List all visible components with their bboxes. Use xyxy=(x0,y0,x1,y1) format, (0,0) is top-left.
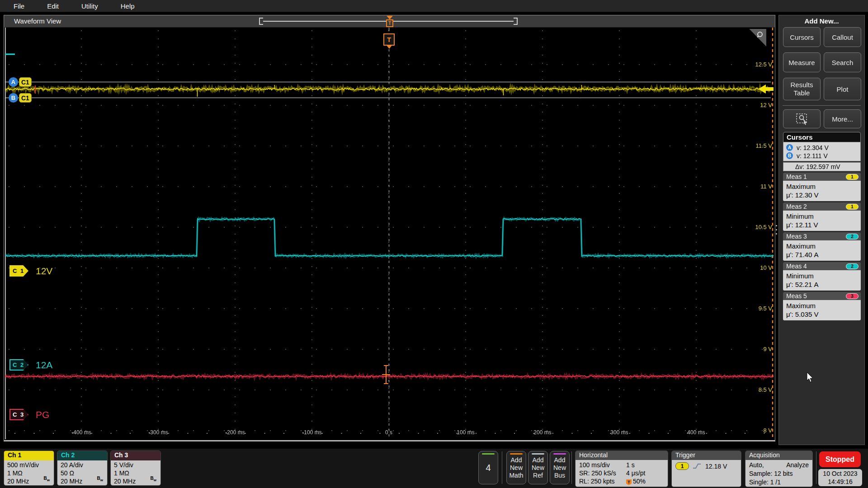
waveform-view-title: Waveform View xyxy=(14,17,61,25)
ch1-badge[interactable]: Ch 1 500 mV/div 1 MΩ 20 MHz Bw xyxy=(4,450,54,486)
menu-utility[interactable]: Utility xyxy=(81,2,98,10)
trigger-position-flag[interactable]: T xyxy=(383,33,395,46)
add-new-title: Add New... xyxy=(779,17,864,25)
ch2-scale: 20 A/div xyxy=(61,461,104,469)
trigger-flag-icon: T xyxy=(626,479,632,485)
meas-4-source-badge: 2 xyxy=(846,263,859,269)
meas-2-card[interactable]: Meas 2 1 Minimum μ': 12.11 V xyxy=(783,202,861,231)
meas-1-type: Maximum xyxy=(786,182,858,191)
acquisition-panel[interactable]: Acquisition Auto, Analyze Sample: 12 bit… xyxy=(745,450,813,487)
c3-flag-icon[interactable]: C 3 xyxy=(9,409,28,420)
graticule[interactable]: T 12.5 V 12 V 11.5 V 11 V 10.5 V 10 V 9.… xyxy=(5,28,774,439)
add-new-bus-button[interactable]: Add New Bus xyxy=(550,451,570,484)
zoom-select-icon xyxy=(795,113,809,125)
divider xyxy=(502,451,502,484)
meas-3-card[interactable]: Meas 3 2 Maximum μ': 71.40 A xyxy=(783,232,861,261)
divider xyxy=(816,451,816,484)
meas-4-card[interactable]: Meas 4 2 Minimum μ': 52.21 A xyxy=(783,262,861,291)
x-tick-label: -400 ms xyxy=(66,429,97,436)
menu-bar: File Edit Utility Help xyxy=(0,0,868,12)
menu-file[interactable]: File xyxy=(14,2,24,10)
c1-flag-icon[interactable]: C 1 xyxy=(9,265,28,277)
x-tick-label: 400 ms xyxy=(680,429,712,436)
menu-edit[interactable]: Edit xyxy=(47,2,59,10)
cursor-a-value: v: 12.304 V xyxy=(797,144,829,151)
add-channel-4-button[interactable]: 4 xyxy=(478,451,498,484)
date-value: 10 Oct 2023 xyxy=(818,469,862,478)
add-callout-button[interactable]: Callout xyxy=(824,27,861,47)
datetime-display: 10 Oct 2023 14:49:16 xyxy=(818,469,862,486)
c2-flag-icon[interactable]: C 2 xyxy=(9,359,28,371)
y-tick-label: 8.5 V xyxy=(745,386,772,393)
panel-splitter-handle[interactable] xyxy=(776,225,777,237)
add-results-table-button[interactable]: Results Table xyxy=(783,78,821,100)
horizontal-title: Horizontal xyxy=(576,451,668,460)
meas-5-card[interactable]: Meas 5 3 Maximum μ': 5.035 V xyxy=(783,292,861,320)
meas-5-value: μ': 5.035 V xyxy=(786,310,858,319)
y-tick-label: 10 V xyxy=(745,264,772,271)
meas-3-title: Meas 3 xyxy=(786,233,807,240)
ch1-name: Ch 1 xyxy=(4,451,54,460)
more-button[interactable]: More... xyxy=(824,109,861,128)
cursors-readout-panel[interactable]: Cursors A v: 12.304 V B v: 12.111 V Δv: … xyxy=(783,132,861,171)
horizontal-scale: 100 ms/div xyxy=(579,461,626,469)
divider xyxy=(783,105,861,106)
x-tick-label: -100 ms xyxy=(296,429,328,436)
ch4-color-stripe xyxy=(482,453,495,455)
ch1-scale: 500 mV/div xyxy=(7,461,51,469)
cursor-b-channel: C1 xyxy=(19,93,32,103)
c1-label: 12V xyxy=(36,266,52,277)
channel-3-flag[interactable]: C 3 PG xyxy=(9,409,49,420)
ruler-trigger-marker[interactable]: T xyxy=(386,16,393,28)
ch2-badge[interactable]: Ch 2 20 A/div 50 Ω 20 MHz Bw xyxy=(57,450,108,486)
meas-1-card[interactable]: Meas 1 1 Maximum μ': 12.30 V xyxy=(783,173,861,201)
acquisition-title: Acquisition xyxy=(745,451,812,460)
acquisition-sample: Sample: 12 bits xyxy=(749,469,809,478)
y-tick-label: 12.5 V xyxy=(745,61,772,68)
cursor-b-badge[interactable]: B C1 xyxy=(9,93,32,103)
add-cursors-button[interactable]: Cursors xyxy=(783,27,821,47)
cursors-readout-rows: A v: 12.304 V B v: 12.111 V xyxy=(783,142,861,161)
divider xyxy=(571,451,572,484)
acquisition-status-badge[interactable]: Stopped xyxy=(819,451,861,467)
ch2-name: Ch 2 xyxy=(57,451,107,460)
meas-2-source-badge: 1 xyxy=(846,204,859,210)
cursor-a-icon: A xyxy=(786,144,793,151)
time-value: 14:49:16 xyxy=(818,478,862,486)
trigger-t-icon: T xyxy=(386,19,393,27)
add-new-math-button[interactable]: Add New Math xyxy=(506,451,526,484)
y-tick-label: 8 V xyxy=(745,427,772,434)
add-search-button[interactable]: Search xyxy=(824,52,861,72)
waveform-view-panel: Waveform View T T 12.5 V 12 V 11.5 V 11 … xyxy=(4,15,775,441)
zoom-select-button[interactable] xyxy=(783,109,821,128)
meas-5-title: Meas 5 xyxy=(786,292,807,300)
channel-2-flag[interactable]: C 2 12A xyxy=(9,359,52,371)
meas-1-source-badge: 1 xyxy=(846,174,859,180)
trigger-level: 12.18 V xyxy=(705,463,727,470)
channel-1-flag[interactable]: C 1 12V xyxy=(9,265,52,277)
math-color-stripe xyxy=(510,453,523,455)
add-measure-button[interactable]: Measure xyxy=(783,52,821,72)
meas-5-type: Maximum xyxy=(786,301,858,310)
cursor-a-badge[interactable]: A C1 xyxy=(9,77,32,87)
sample-resolution: 4 μs/pt xyxy=(626,469,645,477)
waveform-canvas[interactable] xyxy=(5,28,774,439)
cursors-readout-title: Cursors xyxy=(783,132,861,142)
menu-help[interactable]: Help xyxy=(121,2,135,10)
ch3-badge[interactable]: Ch 3 5 V/div 1 MΩ 20 MHz Bw xyxy=(110,450,161,486)
horizontal-panel[interactable]: Horizontal 100 ms/div 1 s SR: 250 kS/s 4… xyxy=(575,450,668,487)
add-plot-button[interactable]: Plot xyxy=(824,78,861,100)
add-new-ref-button[interactable]: Add New Ref xyxy=(528,451,548,484)
c3-label: PG xyxy=(36,409,49,420)
meas-2-title: Meas 2 xyxy=(786,203,807,210)
x-tick-label: 0 s xyxy=(373,429,405,436)
bus-color-stripe xyxy=(553,453,566,455)
acquisition-mode: Auto, xyxy=(749,461,764,469)
acquisition-single: Single: 1 /1 xyxy=(749,478,809,487)
oscilloscope-screen: { "menu": { "items": ["File", "Edit", "U… xyxy=(0,0,868,488)
trigger-panel[interactable]: Trigger 1 12.18 V xyxy=(671,450,741,487)
x-tick-label: 200 ms xyxy=(527,429,558,436)
meas-2-type: Minimum xyxy=(786,212,858,221)
cursor-b-icon: B xyxy=(9,93,18,103)
trigger-triangle-icon xyxy=(387,16,393,19)
